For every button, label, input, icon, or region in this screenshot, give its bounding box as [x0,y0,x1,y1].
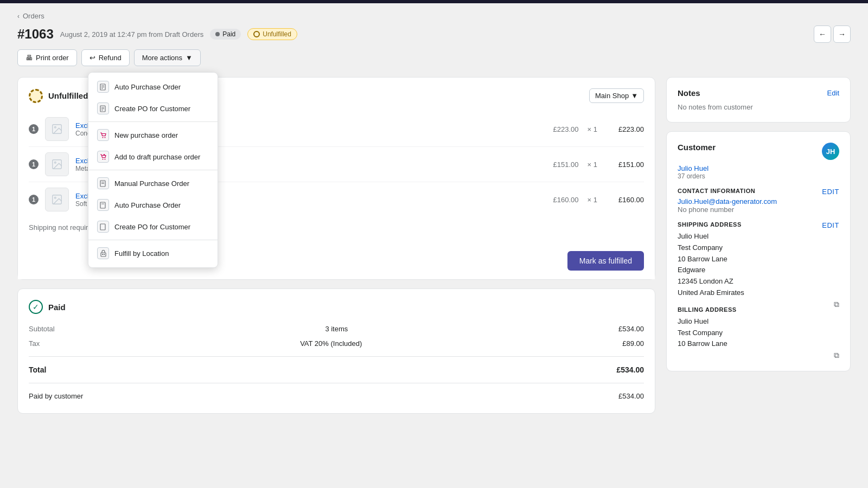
printer-icon: 🖶 [25,54,33,62]
dropdown-item-auto-po-1[interactable]: Auto Purchase Order [88,76,218,98]
payment-divider-2 [29,383,644,383]
toolbar: 🖶 Print order ↩ Refund More actions ▼ [17,49,851,66]
page-title: #1063 [17,27,54,42]
shipping-address1: 10 Barrow Lane [678,255,727,263]
tax-desc: VAT 20% (Included) [300,339,362,348]
total-label: Total [29,365,46,374]
shop-chevron-icon: ▼ [631,92,638,100]
total-row: Total £534.00 [29,363,644,376]
payment-card: ✓ Paid Subtotal 3 items £534.00 Tax VAT … [17,288,655,414]
payment-divider [29,356,644,357]
building-icon [97,247,109,259]
chevron-down-icon: ▼ [186,54,193,62]
svg-point-10 [102,158,103,159]
mark-as-fulfilled-button[interactable]: Mark as fulfilled [567,251,644,271]
nav-next-button[interactable]: → [833,25,851,43]
svg-point-8 [102,137,103,138]
subtotal-value: £534.00 [618,325,644,333]
doc-icon-5 [97,221,109,233]
svg-point-28 [54,197,56,198]
customer-name-link[interactable]: Julio Huel [678,164,839,172]
dropdown-item-create-po-customer[interactable]: Create PO for Customer [88,98,218,119]
svg-rect-19 [100,224,105,230]
item-qty-badge: 1 [29,159,39,169]
billing-address1: 10 Barrow Lane [678,339,727,348]
cart-add-icon [97,151,109,163]
shipping-section-label: SHIPPING ADDRESS Edit [678,221,839,228]
copy-shipping-icon[interactable]: ⧉ [834,300,839,309]
dropdown-divider-2 [88,170,218,170]
billing-section-label: BILLING ADDRESS [678,306,839,313]
item-x: × 1 [588,160,597,169]
svg-rect-22 [104,254,105,255]
svg-point-26 [54,162,56,163]
refund-icon: ↩ [90,54,95,62]
more-actions-button[interactable]: More actions ▼ [134,49,201,66]
more-actions-dropdown: Auto Purchase Order Create PO for Custom… [88,72,218,268]
shipping-postcode: 12345 London AZ [678,277,733,285]
notes-card-header: Notes Edit [678,88,839,98]
shop-selector[interactable]: Main Shop ▼ [589,88,644,103]
dropdown-item-fulfill-location[interactable]: Fulfill by Location [88,242,218,264]
notes-edit-button[interactable]: Edit [827,89,839,97]
paid-value: £534.00 [618,392,644,400]
nav-prev-button[interactable]: ← [814,25,831,43]
subtotal-items: 3 items [325,325,348,333]
doc-icon-1 [97,81,109,93]
shipping-company: Test Company [678,243,723,252]
customer-email[interactable]: Julio.Huel@data-generator.com [678,197,839,206]
notes-title: Notes [678,88,700,98]
breadcrumb[interactable]: ‹ Orders [17,12,851,20]
customer-phone: No phone number [678,206,839,214]
dropdown-item-new-po[interactable]: New purchase order [88,124,218,146]
tax-label: Tax [29,339,40,348]
dropdown-item-auto-po-2[interactable]: Auto Purchase Order [88,194,218,216]
unfulfilled-badge: Unfulfilled [247,28,297,40]
billing-address: Julio Huel Test Company 10 Barrow Lane [678,316,839,350]
paid-by-customer-row: Paid by customer £534.00 [29,390,644,402]
paid-badge: Paid [210,29,241,40]
shipping-name: Julio Huel [678,232,709,240]
dropdown-divider-3 [88,240,218,240]
dropdown-divider-1 [88,121,218,122]
paid-title: Paid [48,303,66,312]
cart-icon [97,129,109,141]
item-price: £151.00 [553,160,579,169]
dropdown-item-manual-po[interactable]: Manual Purchase Order [88,172,218,194]
item-image [45,117,69,141]
item-x: × 1 [588,125,597,133]
notes-content: No notes from customer [678,103,839,111]
tax-value: £89.00 [622,339,644,348]
item-x: × 1 [588,196,597,204]
total-value: £534.00 [616,365,644,374]
print-order-button[interactable]: 🖶 Print order [17,49,77,66]
shipping-address: Julio Huel Test Company 10 Barrow Lane E… [678,231,839,299]
tax-row: Tax VAT 20% (Included) £89.00 [29,337,644,350]
nav-arrows: ← → [814,25,851,43]
svg-rect-21 [102,254,103,255]
payment-section: ✓ Paid Subtotal 3 items £534.00 Tax VAT … [18,289,655,413]
page-meta: August 2, 2019 at 12:47 pm from Draft Or… [60,30,203,38]
page-header: #1063 August 2, 2019 at 12:47 pm from Dr… [17,25,851,43]
dropdown-item-add-draft[interactable]: Add to draft purchase order [88,146,218,168]
item-image [45,188,69,211]
shipping-edit-button[interactable]: Edit [822,221,839,229]
contact-edit-button[interactable]: Edit [822,188,839,196]
doc-icon-3 [97,177,109,189]
svg-point-9 [104,137,105,138]
item-price: £160.00 [553,196,579,204]
doc-icon-2 [97,102,109,114]
shipping-city: Edgware [678,266,705,274]
subtotal-row: Subtotal 3 items £534.00 [29,323,644,335]
customer-card: Customer JH Julio Huel 37 orders CONTACT… [666,131,851,371]
svg-point-11 [104,158,105,159]
unfulfilled-status-icon [29,89,43,103]
item-qty-badge: 1 [29,124,39,134]
shop-name: Main Shop [595,92,629,100]
svg-rect-17 [100,202,105,208]
dropdown-item-create-po-2[interactable]: Create PO for Customer [88,216,218,237]
refund-button[interactable]: ↩ Refund [81,49,130,66]
billing-name: Julio Huel [678,317,709,325]
copy-billing-icon[interactable]: ⧉ [834,351,839,360]
contact-section-label: CONTACT INFORMATION Edit [678,188,839,194]
